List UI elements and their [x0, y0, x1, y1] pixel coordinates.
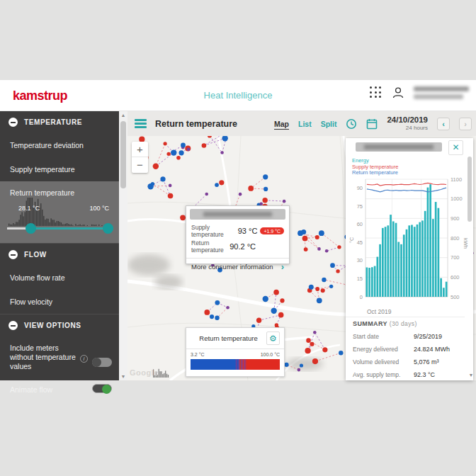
svg-text:500: 500 [450, 294, 460, 300]
sidebar-item-return-temperature-selected[interactable]: Return temperature 28.1 °C 100 °C [0, 181, 119, 243]
sidebar-item-volume-flow-rate[interactable]: Volume flow rate [0, 266, 119, 290]
svg-text:45: 45 [357, 239, 363, 246]
deviation-badge: +1.9 °C [260, 227, 284, 234]
animate-flow-toggle[interactable] [92, 384, 112, 393]
summary-section: SUMMARY (30 days) Start date 9/25/2019 E… [346, 317, 465, 380]
option-label: Animate flow [10, 385, 52, 394]
option-label: Include meters without temperature value… [10, 344, 84, 371]
svg-text:15: 15 [357, 276, 363, 282]
slider-min-label: 28.1 °C [18, 205, 40, 212]
summary-title: SUMMARY [353, 320, 387, 327]
more-consumer-info-link[interactable]: More consumer information › [186, 258, 289, 271]
include-meters-toggle[interactable] [92, 358, 112, 367]
legend-min: 3.2 °C [191, 352, 205, 357]
consumer-panel: ✕ Energy Supply temperature Return tempe… [346, 138, 473, 380]
heat-intelligence-app: kamstrup Heat Intelligence TEMPERATURE T… [0, 0, 476, 476]
panel-scrollbar[interactable]: ▼ [467, 140, 472, 378]
svg-text:600: 600 [450, 274, 460, 280]
svg-text:1000: 1000 [450, 196, 463, 202]
summary-row: Volume delivered 5,076 m³ [353, 358, 458, 366]
map-zoom-control: + − [132, 142, 148, 173]
svg-text:900: 900 [450, 215, 460, 222]
user-icon[interactable] [391, 86, 405, 100]
svg-text:60: 60 [357, 221, 363, 227]
range-slider-fill [30, 227, 108, 230]
sidebar-item-temperature-deviation[interactable]: Temperature deviation [0, 133, 119, 157]
range-slider[interactable] [7, 227, 112, 230]
svg-text:75: 75 [357, 203, 363, 210]
info-icon[interactable]: i [80, 355, 88, 363]
consumer-address-blurred [356, 142, 442, 152]
slider-handle-max[interactable] [103, 223, 113, 234]
scroll-down-icon[interactable]: ▼ [467, 373, 473, 378]
summary-period: (30 days) [390, 320, 417, 327]
meter-tooltip: Supply temperature 93 °C +1.9 °C Return … [186, 205, 290, 264]
section-label: TEMPERATURE [24, 118, 82, 126]
summary-row: Avg. supply temp. 92.3 °C [353, 371, 458, 378]
zoom-out-button[interactable]: − [132, 157, 148, 173]
tab-split[interactable]: Split [321, 120, 337, 128]
section-temperature[interactable]: TEMPERATURE [0, 111, 119, 133]
temperature-histogram [7, 197, 112, 227]
sidebar-item-supply-temperature[interactable]: Supply temperature [0, 157, 119, 181]
legend-max: 100.0 °C [261, 352, 280, 357]
tab-map[interactable]: Map [274, 120, 289, 128]
svg-text:800: 800 [450, 235, 460, 242]
slider-max-label: 100 °C [89, 205, 109, 212]
svg-text:90: 90 [357, 185, 363, 191]
summary-row: Energy delivered 24.824 MWh [353, 346, 458, 353]
view-title: Return temperature [155, 119, 237, 129]
collapse-icon[interactable] [8, 321, 18, 330]
summary-row: Start date 9/25/2019 [353, 333, 458, 340]
map-color-legend: Return temperature ⚙ 3.2 °C 100.0 °C [186, 327, 285, 377]
tooltip-row-value: 90.2 °C [230, 242, 256, 251]
scroll-down-icon[interactable]: ▼ [119, 374, 128, 379]
date-duration: 24 hours [387, 124, 428, 132]
tooltip-row-label: Return temperature [191, 239, 230, 254]
zoom-in-button[interactable]: + [132, 142, 148, 157]
gear-icon[interactable]: ⚙ [266, 332, 280, 345]
calendar-icon[interactable] [366, 118, 378, 130]
svg-text:°C: °C [348, 237, 355, 243]
sidebar-item-flow-velocity[interactable]: Flow velocity [0, 290, 119, 314]
svg-text:0: 0 [360, 294, 363, 300]
section-label: FLOW [24, 251, 47, 259]
scrollbar-thumb[interactable] [468, 157, 472, 222]
option-animate-flow: Animate flow [0, 378, 119, 401]
filter-sidebar: TEMPERATURE Temperature deviation Supply… [0, 111, 119, 380]
scroll-up-icon[interactable]: ▲ [119, 113, 128, 118]
chart-legend: Energy Supply temperature Return tempera… [346, 157, 473, 176]
section-view-options[interactable]: VIEW OPTIONS [0, 314, 119, 336]
scrollbar-thumb[interactable] [120, 121, 126, 188]
slider-handle-min[interactable] [26, 223, 36, 234]
energy-temperature-chart: 500600700800900100011000153045607590°CkW… [347, 175, 469, 307]
section-label: VIEW OPTIONS [24, 322, 81, 329]
sidebar-scrollbar[interactable]: ▲ ▼ [119, 111, 128, 380]
chevron-right-icon: › [281, 264, 284, 271]
user-name-blurred[interactable] [414, 86, 469, 99]
close-icon[interactable]: ✕ [448, 140, 463, 155]
option-include-meters: Include meters without temperature value… [0, 336, 119, 378]
tab-list[interactable]: List [298, 120, 312, 128]
chart-x-label: Oct 2019 [367, 308, 392, 315]
collapse-icon[interactable] [8, 118, 18, 127]
collapse-icon[interactable] [8, 250, 18, 259]
map-toolbar: Return temperature Map List Split 24/10/… [128, 111, 476, 136]
svg-text:700: 700 [450, 254, 460, 261]
menu-icon[interactable] [135, 118, 147, 130]
app-grid-icon[interactable] [370, 86, 382, 99]
sidebar-item-label: Return temperature [0, 181, 119, 197]
svg-text:30: 30 [357, 257, 363, 264]
svg-text:1100: 1100 [450, 176, 462, 183]
legend-title: Return temperature [191, 334, 266, 342]
temperature-gradient-bar [191, 359, 280, 370]
google-attribution: Google [130, 368, 159, 377]
top-header: kamstrup Heat Intelligence [0, 80, 476, 111]
next-day-button[interactable]: › [459, 118, 472, 130]
time-interval-icon[interactable] [346, 118, 357, 130]
date-display[interactable]: 24/10/2019 [387, 116, 428, 124]
section-flow[interactable]: FLOW [0, 243, 119, 266]
tooltip-row-value: 93 °C [238, 227, 258, 235]
tooltip-row-label: Supply temperature [191, 224, 238, 238]
previous-day-button[interactable]: ‹ [437, 118, 450, 130]
